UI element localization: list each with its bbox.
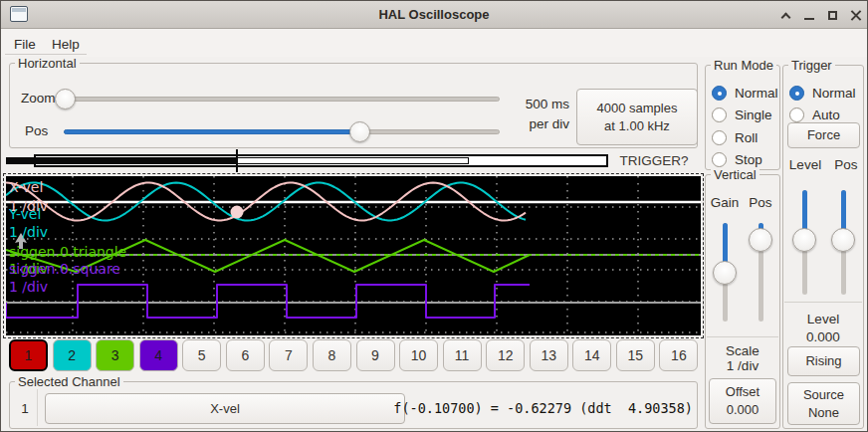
run-mode-panel: Run Mode Normal Single Roll Stop bbox=[705, 65, 780, 170]
offset-button[interactable]: Offset 0.000 bbox=[709, 378, 776, 424]
vertical-panel: Vertical Gain Pos Scale 1 /div Offset 0.… bbox=[705, 174, 780, 429]
zoom-slider[interactable] bbox=[56, 97, 500, 102]
separator bbox=[37, 389, 38, 426]
channel-button-12[interactable]: 12 bbox=[486, 339, 525, 371]
menu-underline bbox=[5, 54, 87, 55]
gain-slider-handle[interactable] bbox=[713, 261, 737, 285]
selected-channel-panel: Selected Channel 1 X-vel f(-0.10700) = -… bbox=[9, 381, 698, 429]
radio-icon bbox=[712, 86, 727, 101]
channel-button-16[interactable]: 16 bbox=[659, 339, 698, 371]
trigger-level-value: 0.000 bbox=[783, 329, 863, 344]
scope-label: 1 /div bbox=[9, 280, 48, 295]
channel-button-2[interactable]: 2 bbox=[53, 339, 92, 371]
trace-siggen.0.square bbox=[6, 285, 530, 318]
channel-button-15[interactable]: 15 bbox=[616, 339, 655, 371]
horizontal-legend: Horizontal bbox=[15, 56, 80, 71]
channel-name-button[interactable]: X-vel bbox=[45, 393, 405, 424]
vertical-legend: Vertical bbox=[711, 167, 760, 182]
zoom-label: Zoom bbox=[21, 91, 56, 106]
window-title: HAL Oscilloscope bbox=[1, 7, 867, 22]
scope-display[interactable]: X-vel1 /divY-vel1 /divsiggen.0.triangle1… bbox=[6, 176, 701, 335]
maximize-icon bbox=[828, 11, 837, 20]
trigger-pos-handle[interactable] bbox=[831, 228, 855, 252]
scope-label: X-vel bbox=[9, 180, 43, 195]
channel-button-11[interactable]: 11 bbox=[443, 339, 482, 371]
record-cursor-tick bbox=[236, 149, 238, 172]
radio-icon bbox=[789, 86, 804, 101]
title-bar: HAL Oscilloscope bbox=[1, 1, 867, 29]
separator bbox=[784, 302, 862, 303]
separator bbox=[707, 336, 778, 337]
channel-button-5[interactable]: 5 bbox=[182, 339, 221, 371]
record-view-window bbox=[237, 157, 469, 164]
trigger-legend: Trigger bbox=[788, 58, 835, 73]
vertical-pos-handle[interactable] bbox=[749, 228, 772, 252]
sample-marker-dot bbox=[231, 206, 244, 219]
record-filled-bar bbox=[6, 157, 237, 164]
close-button[interactable] bbox=[845, 5, 865, 25]
scale-value: 1 /div bbox=[706, 358, 779, 373]
selected-channel-number: 1 bbox=[14, 401, 36, 416]
minimize-button[interactable] bbox=[799, 5, 819, 25]
time-per-div-label: 500 ms per div bbox=[494, 95, 569, 134]
radio-icon bbox=[712, 130, 727, 145]
scope-label: siggen.0.square bbox=[9, 262, 120, 277]
radio-icon bbox=[712, 108, 727, 122]
radio-icon bbox=[789, 108, 804, 122]
vertical-gain-label: Gain bbox=[708, 195, 742, 210]
channel-button-9[interactable]: 9 bbox=[356, 339, 395, 371]
channel-button-6[interactable]: 6 bbox=[226, 339, 265, 371]
samples-button[interactable]: 4000 samples at 1.00 kHz bbox=[576, 89, 698, 145]
menu-item-help[interactable]: Help bbox=[48, 35, 84, 54]
trigger-status-label: TRIGGER? bbox=[608, 153, 700, 168]
menu-bar: FileHelp bbox=[1, 29, 867, 57]
scope-label: siggen.0.triangle bbox=[9, 245, 126, 260]
channel-button-14[interactable]: 14 bbox=[572, 339, 611, 371]
zoom-slider-handle[interactable] bbox=[55, 89, 76, 109]
value-readout: f(-0.10700) = -0.62279 (ddt 4.90358) bbox=[393, 400, 693, 416]
channel-button-13[interactable]: 13 bbox=[530, 339, 568, 371]
minimize-icon bbox=[804, 18, 814, 20]
scope-label: 1 /div bbox=[9, 225, 48, 240]
radio-icon bbox=[712, 152, 727, 167]
trigger-level-caption: Level bbox=[783, 312, 863, 326]
trigger-panel: Trigger Normal Auto Force Level Pos Leve… bbox=[782, 65, 864, 429]
channel-button-7[interactable]: 7 bbox=[269, 339, 308, 371]
channel-button-3[interactable]: 3 bbox=[96, 339, 134, 371]
channel-button-10[interactable]: 10 bbox=[399, 339, 438, 371]
scope-label: Y-vel bbox=[9, 207, 41, 222]
pos-slider-handle[interactable] bbox=[349, 121, 370, 142]
trigger-source-button[interactable]: Source None bbox=[787, 382, 860, 425]
menu-item-file[interactable]: File bbox=[10, 35, 40, 54]
scale-caption: Scale bbox=[706, 343, 779, 358]
channel-button-1[interactable]: 1 bbox=[9, 339, 48, 371]
force-button[interactable]: Force bbox=[787, 122, 860, 148]
trigger-edge-button[interactable]: Rising bbox=[787, 346, 860, 376]
pos-label: Pos bbox=[25, 123, 48, 138]
trigger-pos-label: Pos bbox=[833, 157, 859, 172]
run-mode-legend: Run Mode bbox=[711, 58, 776, 73]
pos-slider-fill bbox=[64, 129, 360, 134]
maximize-button[interactable] bbox=[823, 5, 843, 25]
channel-button-8[interactable]: 8 bbox=[313, 339, 351, 371]
trigger-level-label: Level bbox=[785, 157, 825, 172]
selected-channel-legend: Selected Channel bbox=[15, 374, 123, 389]
hal-oscilloscope-window: HAL Oscilloscope FileHelp Horizontal Zoo… bbox=[0, 0, 868, 432]
vertical-pos-label: Pos bbox=[748, 195, 773, 210]
shade-button[interactable] bbox=[776, 5, 796, 25]
trigger-level-handle[interactable] bbox=[792, 228, 816, 252]
horizontal-panel: Horizontal Zoom Pos 500 ms per div 4000 … bbox=[9, 63, 698, 148]
chevron-up-icon bbox=[781, 13, 791, 23]
channel-button-4[interactable]: 4 bbox=[139, 339, 178, 371]
